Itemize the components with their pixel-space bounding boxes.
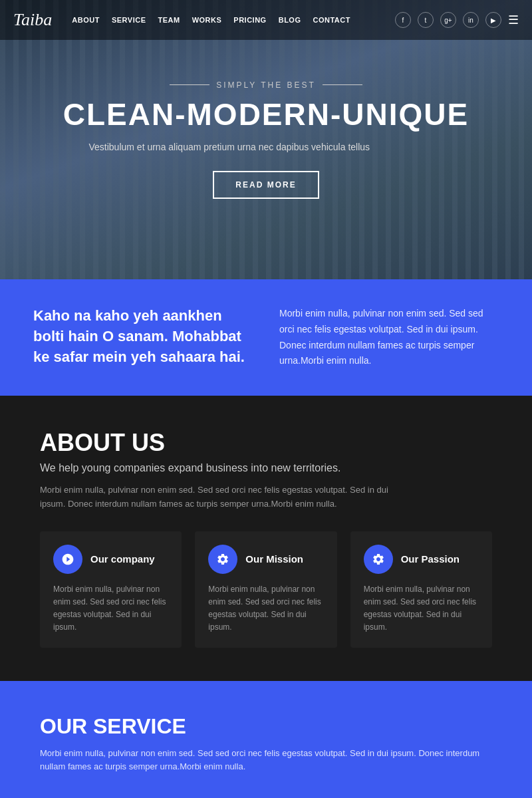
read-more-button[interactable]: READ MORE (213, 171, 319, 199)
about-card-mission: Our Mission Morbi enim nulla, pulvinar n… (195, 531, 336, 648)
about-card-passion: Our Passion Morbi enim nulla, pulvinar n… (350, 531, 492, 648)
service-section: OUR SERVICE Morbi enim nulla, pulvinar n… (0, 681, 532, 798)
banner-right-text: Morbi enim nulla, pulvinar non enim sed.… (279, 306, 499, 369)
hero-description: Vestibulum et urna aliquam pretium urna … (63, 142, 396, 152)
passion-card-title: Our Passion (401, 553, 460, 565)
brand-logo[interactable]: Taiba (13, 10, 52, 30)
about-card-company-header: Our company (53, 545, 168, 574)
mission-card-title: Our Mission (245, 553, 303, 565)
about-card-mission-header: Our Mission (208, 545, 323, 574)
about-title: ABOUT US (40, 429, 492, 457)
hero-content: SIMPLY THE BEST CLEAN-MODERN-UNIQUE Vest… (50, 67, 482, 213)
social-links: f t g+ in ▶ (395, 12, 501, 28)
banner-left-text: Kaho na kaho yeh aankhen bolti hain O sa… (33, 306, 253, 369)
mission-icon (208, 545, 237, 574)
hamburger-menu[interactable]: ☰ (508, 13, 519, 27)
nav-service[interactable]: SERVICE (112, 16, 146, 24)
company-card-title: Our company (90, 553, 155, 565)
blue-banner: Kaho na kaho yeh aankhen bolti hain O sa… (0, 279, 532, 396)
company-card-text: Morbi enim nulla, pulvinar non enim sed.… (53, 583, 168, 634)
nav-blog[interactable]: BLOG (279, 16, 301, 24)
about-cards: Our company Morbi enim nulla, pulvinar n… (40, 531, 492, 648)
about-section: ABOUT US We help young companies expand … (0, 396, 532, 680)
nav-about[interactable]: ABOUT (72, 16, 100, 24)
passion-icon (364, 545, 393, 574)
hero-title: CLEAN-MODERN-UNIQUE (63, 98, 469, 132)
hero-section: SIMPLY THE BEST CLEAN-MODERN-UNIQUE Vest… (0, 0, 532, 279)
hero-subtitle: SIMPLY THE BEST (63, 80, 469, 90)
youtube-icon[interactable]: ▶ (485, 12, 501, 28)
nav-works[interactable]: WORKS (192, 16, 222, 24)
service-description: Morbi enim nulla, pulvinar non enim sed.… (40, 747, 492, 775)
passion-card-text: Morbi enim nulla, pulvinar non enim sed.… (364, 583, 479, 634)
linkedin-icon[interactable]: in (463, 12, 479, 28)
nav-contact[interactable]: CONTACT (313, 16, 350, 24)
about-card-company: Our company Morbi enim nulla, pulvinar n… (40, 531, 182, 648)
mission-card-text: Morbi enim nulla, pulvinar non enim sed.… (208, 583, 323, 634)
twitter-icon[interactable]: t (418, 12, 434, 28)
service-title: OUR SERVICE (40, 714, 492, 739)
about-card-passion-header: Our Passion (364, 545, 479, 574)
nav-links: ABOUT SERVICE TEAM WORKS PRICING BLOG CO… (72, 16, 395, 24)
facebook-icon[interactable]: f (395, 12, 411, 28)
about-description: Morbi enim nulla, pulvinar non enim sed.… (40, 483, 406, 511)
nav-pricing[interactable]: PRICING (233, 16, 266, 24)
google-plus-icon[interactable]: g+ (440, 12, 456, 28)
nav-team[interactable]: TEAM (158, 16, 180, 24)
about-subtitle: We help young companies expand business … (40, 462, 492, 474)
company-icon (53, 545, 82, 574)
navbar: Taiba ABOUT SERVICE TEAM WORKS PRICING B… (0, 0, 532, 40)
